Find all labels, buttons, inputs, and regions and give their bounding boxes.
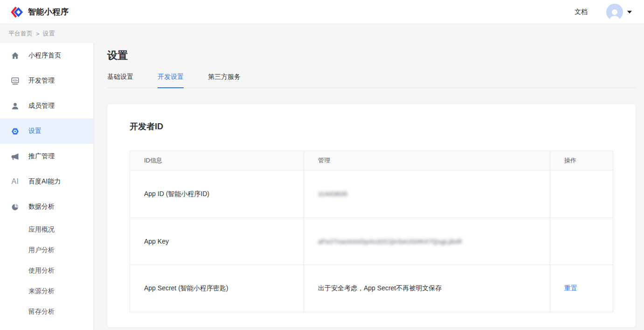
sidebar-item-data-analysis[interactable]: 数据分析 [0, 194, 93, 219]
breadcrumb-item-home[interactable]: 平台首页 [8, 29, 33, 38]
table-row: App Secret (智能小程序密匙)出于安全考虑，App Secret不再被… [130, 265, 613, 312]
sidebar-item-settings[interactable]: 设置 [0, 119, 93, 144]
row-value-redacted: 11443635 [318, 190, 347, 197]
table-row: App KeyaFe27nwshmtGpAs32CQnSeUGHhX7QsgLj… [130, 218, 613, 265]
megaphone-icon [11, 153, 19, 161]
row-label: App Key [144, 238, 169, 245]
row-label: App ID (智能小程序ID) [144, 190, 209, 198]
breadcrumb: 平台首页 > 设置 [0, 24, 644, 43]
layout: 小程序首页</>开发管理成员管理设置推广管理AI百度AI能力数据分析应用概况用户… [0, 43, 644, 330]
settings-icon [11, 127, 19, 135]
sidebar-item-label: 推广管理 [28, 152, 55, 161]
breadcrumb-item-current: 设置 [43, 29, 55, 38]
sidebar-item-label: 百度AI能力 [28, 177, 61, 186]
top-header: 智能小程序 文档 [0, 0, 644, 24]
row-value: 出于安全考虑，App Secret不再被明文保存 [318, 284, 442, 293]
page-title: 设置 [107, 48, 636, 63]
row-label: App Secret (智能小程序密匙) [144, 284, 228, 293]
row-value-cell: 出于安全考虑，App Secret不再被明文保存 [304, 265, 550, 312]
sidebar-subitem-label: 应用概况 [28, 225, 55, 234]
sidebar-item-home[interactable]: 小程序首页 [0, 43, 93, 68]
row-value-cell: aFe27nwshmtGpAs32CQnSeUGHhX7QsgLj8xR [304, 218, 550, 265]
card-heading: 开发者ID [130, 121, 613, 133]
column-header-management: 管理 [304, 151, 550, 170]
sidebar-item-retention-analysis[interactable]: 留存分析 [0, 302, 93, 322]
brand-logo-icon [10, 6, 23, 19]
column-header-id-info: ID信息 [130, 151, 304, 170]
sidebar-item-label: 设置 [28, 127, 42, 135]
sidebar-subitem-label: 来源分析 [28, 287, 55, 295]
header-right: 文档 [575, 4, 632, 21]
table-header-row: ID信息管理操作 [130, 151, 613, 170]
sidebar-subitem-label: 留存分析 [28, 308, 55, 316]
sidebar-item-member-management[interactable]: 成员管理 [0, 93, 93, 119]
main-content: 设置 基础设置开发设置第三方服务 开发者ID ID信息管理操作 App ID (… [93, 43, 644, 330]
sidebar-item-label: 小程序首页 [28, 51, 61, 60]
sidebar: 小程序首页</>开发管理成员管理设置推广管理AI百度AI能力数据分析应用概况用户… [0, 43, 93, 330]
tab-dev-settings[interactable]: 开发设置 [158, 73, 184, 88]
sidebar-item-dev-management[interactable]: </>开发管理 [0, 68, 93, 93]
sidebar-subitem-label: 用户分析 [28, 246, 55, 254]
sidebar-item-label: 数据分析 [28, 203, 55, 211]
chevron-down-icon[interactable] [627, 11, 632, 14]
sidebar-nav: 小程序首页</>开发管理成员管理设置推广管理AI百度AI能力数据分析应用概况用户… [0, 43, 93, 322]
docs-link[interactable]: 文档 [575, 8, 588, 16]
sidebar-item-app-overview[interactable]: 应用概况 [0, 219, 93, 240]
developer-id-card: 开发者ID ID信息管理操作 App ID (智能小程序ID)11443635A… [107, 104, 636, 327]
tab-third-party-services[interactable]: 第三方服务 [208, 73, 241, 88]
user-icon [608, 7, 622, 21]
code-icon: </> [11, 77, 19, 85]
pie-chart-icon [11, 203, 19, 211]
row-label-cell: App Key [130, 218, 304, 265]
avatar[interactable] [606, 4, 623, 21]
row-label-cell: App Secret (智能小程序密匙) [130, 265, 304, 312]
breadcrumb-separator: > [36, 30, 40, 37]
developer-id-table: ID信息管理操作 App ID (智能小程序ID)11443635App Key… [130, 151, 613, 312]
table-body: App ID (智能小程序ID)11443635App KeyaFe27nwsh… [130, 170, 613, 312]
home-icon [11, 52, 19, 60]
sidebar-item-promotion-management[interactable]: 推广管理 [0, 144, 93, 169]
sidebar-item-source-analysis[interactable]: 来源分析 [0, 281, 93, 302]
brand-name: 智能小程序 [28, 7, 69, 17]
row-action-cell [550, 170, 613, 218]
tab-basic-settings[interactable]: 基础设置 [107, 73, 133, 88]
table-row: App ID (智能小程序ID)11443635 [130, 170, 613, 218]
tab-bar: 基础设置开发设置第三方服务 [107, 73, 636, 88]
svg-text:</>: </> [13, 78, 18, 83]
row-value-cell: 11443635 [304, 170, 550, 218]
sidebar-subitem-label: 使用分析 [28, 267, 55, 275]
app-window: 智能小程序 文档 平台首页 > 设置 小程序首页</>开发管理成员管理设置推广管… [0, 0, 644, 330]
sidebar-item-label: 成员管理 [28, 102, 55, 110]
row-action-cell [550, 218, 613, 265]
row-action-cell: 重置 [550, 265, 613, 312]
reset-button[interactable]: 重置 [564, 284, 577, 293]
sidebar-item-label: 开发管理 [28, 77, 55, 85]
sidebar-item-user-analysis[interactable]: 用户分析 [0, 240, 93, 260]
row-value-redacted: aFe27nwshmtGpAs32CQnSeUGHhX7QsgLj8xR [318, 238, 462, 245]
column-header-action: 操作 [550, 151, 613, 170]
ai-icon: AI [11, 178, 19, 186]
member-icon [11, 102, 19, 110]
sidebar-item-baidu-ai[interactable]: AI百度AI能力 [0, 169, 93, 194]
brand[interactable]: 智能小程序 [10, 6, 69, 19]
row-label-cell: App ID (智能小程序ID) [130, 170, 304, 218]
sidebar-item-usage-analysis[interactable]: 使用分析 [0, 260, 93, 281]
